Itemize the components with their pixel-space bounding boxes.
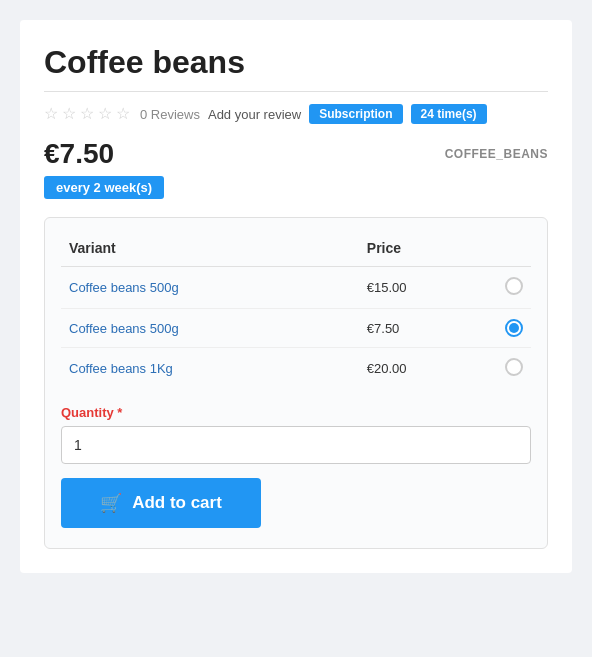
add-to-cart-label: Add to cart — [132, 493, 222, 513]
variant-radio-cell[interactable] — [491, 267, 531, 309]
star-rating: ☆ ☆ ☆ ☆ ☆ — [44, 106, 132, 122]
variant-name: Coffee beans 500g — [61, 267, 359, 309]
product-sku: COFFEE_BEANS — [445, 147, 548, 161]
variant-price: €15.00 — [359, 267, 491, 309]
reviews-count: 0 Reviews — [140, 107, 200, 122]
radio-button-2[interactable] — [505, 358, 523, 376]
subscription-badge[interactable]: Subscription — [309, 104, 402, 124]
table-row[interactable]: Coffee beans 1Kg€20.00 — [61, 348, 531, 390]
add-to-cart-button[interactable]: 🛒 Add to cart — [61, 478, 261, 528]
variant-price: €7.50 — [359, 309, 491, 348]
table-row[interactable]: Coffee beans 500g€7.50 — [61, 309, 531, 348]
product-page: Coffee beans ☆ ☆ ☆ ☆ ☆ 0 Reviews Add you… — [20, 20, 572, 573]
star-3: ☆ — [80, 106, 96, 122]
product-title: Coffee beans — [44, 44, 548, 81]
star-4: ☆ — [98, 106, 114, 122]
variant-name: Coffee beans 500g — [61, 309, 359, 348]
variant-col-header: Variant — [61, 234, 359, 267]
variant-price: €20.00 — [359, 348, 491, 390]
add-review-link[interactable]: Add your review — [208, 107, 301, 122]
divider — [44, 91, 548, 92]
quantity-required: * — [114, 405, 123, 420]
quantity-input[interactable] — [61, 426, 531, 464]
variant-radio-cell[interactable] — [491, 348, 531, 390]
price-col-header: Price — [359, 234, 491, 267]
price-row: €7.50 COFFEE_BEANS — [44, 138, 548, 170]
radio-button-1[interactable] — [505, 319, 523, 337]
variant-name: Coffee beans 1Kg — [61, 348, 359, 390]
variant-radio-cell[interactable] — [491, 309, 531, 348]
star-1: ☆ — [44, 106, 60, 122]
frequency-badge[interactable]: every 2 week(s) — [44, 176, 164, 199]
table-row[interactable]: Coffee beans 500g€15.00 — [61, 267, 531, 309]
radio-button-0[interactable] — [505, 277, 523, 295]
star-5: ☆ — [116, 106, 132, 122]
times-badge[interactable]: 24 time(s) — [411, 104, 487, 124]
quantity-label: Quantity * — [61, 405, 531, 420]
cart-icon: 🛒 — [100, 492, 122, 514]
variant-table: Variant Price Coffee beans 500g€15.00Cof… — [61, 234, 531, 389]
product-price: €7.50 — [44, 138, 114, 170]
variant-table-container: Variant Price Coffee beans 500g€15.00Cof… — [44, 217, 548, 549]
star-2: ☆ — [62, 106, 78, 122]
reviews-row: ☆ ☆ ☆ ☆ ☆ 0 Reviews Add your review Subs… — [44, 104, 548, 124]
